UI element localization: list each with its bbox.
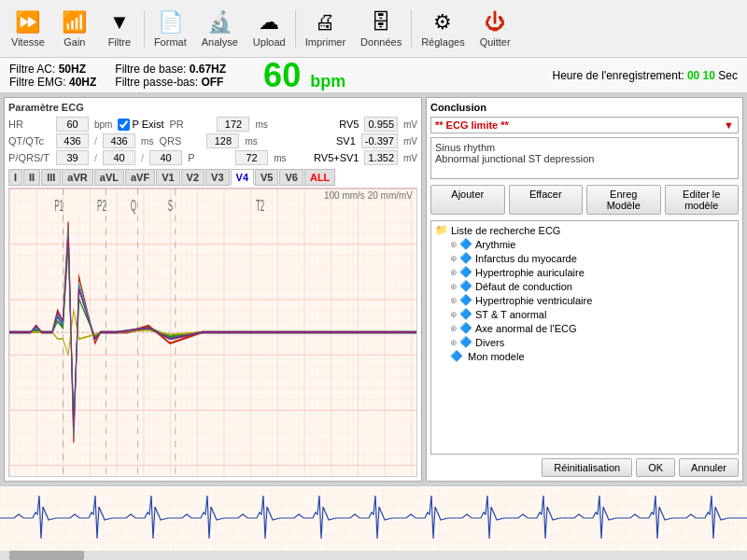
gain-label: Gain: [63, 36, 85, 48]
tree-item-4[interactable]: ⊕🔷Hypertrophie ventriculaire: [433, 293, 736, 307]
tree-item-label: ST & T anormal: [475, 309, 546, 320]
filtre-freq-group: Filtre de base: 0.67HZ Filtre passe-bas:…: [115, 63, 226, 89]
gain-icon: 📶: [62, 10, 87, 35]
pr-value: 172: [217, 117, 249, 132]
bpm-unit: bpm: [310, 72, 345, 91]
toolbar-filtre[interactable]: ▼ Filtre: [97, 3, 142, 55]
format-icon: 📄: [158, 10, 183, 35]
tree-item-2[interactable]: ⊕🔷Hypertrophie auriculaire: [433, 265, 736, 279]
dropdown-arrow-icon: ▼: [724, 119, 734, 131]
toolbar-reglages[interactable]: ⚙ Réglages: [414, 3, 472, 55]
heure-value: 00 10: [687, 69, 718, 82]
tree-container[interactable]: 📁Liste de recherche ECG⊕🔷Arythmie⊕🔷Infar…: [430, 220, 739, 455]
conclusion-line2: Abnormal junctional ST depression: [435, 153, 734, 164]
p-unit: ms: [274, 153, 286, 163]
lead-tab-v2[interactable]: V2: [181, 169, 204, 186]
rv5sv1-value: 1.352: [364, 150, 398, 165]
tree-item-label: Infarctus du myocarde: [475, 253, 577, 264]
toolbar-donnees[interactable]: 🗄 Données: [353, 3, 409, 55]
lead-tab-v5[interactable]: V5: [255, 169, 278, 186]
tree-root-folder-icon: 📁: [435, 224, 448, 236]
upload-icon: ☁: [259, 10, 279, 35]
tree-leaf-icon: 🔷: [450, 350, 463, 362]
conclusion-dropdown[interactable]: ** ECG limite ** ▼: [430, 117, 739, 133]
lead-tab-avr[interactable]: aVR: [62, 169, 92, 186]
hr-unit: bpm: [94, 119, 112, 130]
lead-tab-ii[interactable]: II: [23, 169, 40, 186]
filtre-passe-value: OFF: [201, 76, 223, 89]
bottom-buttons: Réinitialisation OK Annuler: [430, 458, 739, 477]
tree-expand-icon: ⊕: [450, 268, 458, 277]
ok-button[interactable]: OK: [636, 458, 675, 477]
rv5-unit: mV: [403, 119, 417, 130]
main-content: Paramètre ECG HR 60 bpm P Exist PR 172 m…: [0, 93, 747, 485]
tree-folder-icon: 🔷: [459, 336, 472, 348]
editer-modele-button[interactable]: Editer le modèle: [665, 185, 740, 215]
tree-root[interactable]: 📁Liste de recherche ECG: [433, 223, 736, 237]
tree-folder-icon: 🔷: [459, 308, 472, 320]
tree-root-label: Liste de recherche ECG: [451, 225, 560, 236]
heure-sec: Sec: [718, 69, 738, 82]
svg-text:Q: Q: [131, 196, 136, 214]
filtre-icon: ▼: [109, 10, 130, 35]
tree-item-7[interactable]: ⊕🔷Divers: [433, 335, 736, 349]
effacer-button[interactable]: Effacer: [509, 185, 584, 215]
tree-folder-icon: 🔷: [459, 322, 472, 334]
lead-tab-avf[interactable]: aVF: [125, 169, 155, 186]
tree-folder-icon: 🔷: [459, 280, 472, 292]
lead-tab-avl[interactable]: aVL: [94, 169, 124, 186]
reinit-button[interactable]: Réinitialisation: [542, 458, 632, 477]
t-deg: 40: [149, 150, 182, 165]
donnees-label: Données: [360, 36, 402, 48]
conclusion-title: Conclusion: [430, 102, 739, 113]
lead-tab-v4[interactable]: V4: [231, 169, 254, 186]
toolbar-analyse[interactable]: 🔬 Analyse: [194, 3, 246, 55]
toolbar-vitesse[interactable]: ⏩ Vitesse: [4, 3, 52, 55]
sv1-label: SV1: [336, 135, 356, 147]
filtre-ac-value: 50HZ: [59, 63, 86, 76]
p-exist-label: P Exist: [132, 119, 163, 130]
tree-item-6[interactable]: ⊕🔷Axe anormal de l'ECG: [433, 321, 736, 335]
tree-item-label: Mon modele: [468, 351, 525, 362]
heure-min: 10: [703, 69, 715, 82]
qrs-deg: 40: [103, 150, 135, 165]
lead-tab-v1[interactable]: V1: [156, 169, 179, 186]
annuler-button[interactable]: Annuler: [679, 458, 739, 477]
lead-tab-v3[interactable]: V3: [205, 169, 229, 186]
p-deg: 39: [56, 150, 89, 165]
analyse-label: Analyse: [202, 36, 238, 48]
rv5-label: RV5: [339, 119, 359, 130]
tree-item-0[interactable]: ⊕🔷Arythmie: [433, 237, 736, 251]
tree-expand-icon: ⊕: [450, 282, 458, 291]
tree-item-5[interactable]: ⊕🔷ST & T anormal: [433, 307, 736, 321]
sep1: [144, 10, 145, 48]
pqrst-label: P/QRS/T: [8, 152, 50, 163]
tree-item-1[interactable]: ⊕🔷Infarctus du myocarde: [433, 251, 736, 265]
qtc-value: 436: [103, 133, 135, 148]
ajouter-button[interactable]: Ajouter: [430, 185, 505, 215]
lead-tab-iii[interactable]: III: [41, 169, 61, 186]
tree-folder-icon: 🔷: [459, 266, 472, 278]
lead-tab-i[interactable]: I: [8, 169, 22, 186]
sv1-value: -0.397: [361, 133, 398, 148]
ecg-grid-svg: P1 P2 Q S T2: [9, 189, 416, 476]
p-exist-checkbox[interactable]: [118, 119, 130, 131]
tree-item-3[interactable]: ⊕🔷Défaut de conduction: [433, 279, 736, 293]
filtre-passe: Filtre passe-bas: OFF: [115, 76, 226, 89]
analyse-icon: 🔬: [207, 10, 233, 35]
toolbar-quitter[interactable]: ⏻ Quitter: [472, 3, 518, 55]
toolbar-upload[interactable]: ☁ Upload: [246, 3, 293, 55]
toolbar: ⏩ Vitesse 📶 Gain ▼ Filtre 📄 Format 🔬 Ana…: [0, 0, 747, 58]
enreg-modele-button[interactable]: Enreg Modèle: [586, 185, 661, 215]
tree-item-8[interactable]: 🔷Mon modele: [433, 349, 736, 363]
toolbar-gain[interactable]: 📶 Gain: [52, 3, 97, 55]
donnees-icon: 🗄: [371, 10, 391, 35]
bottom-scrollbar[interactable]: [0, 551, 747, 560]
pr-label: PR: [169, 119, 211, 130]
lead-tabs: IIIIIIaVRaVLaVFV1V2V3V4V5V6ALL: [8, 169, 417, 186]
lead-tab-all[interactable]: ALL: [304, 169, 335, 186]
tree-folder-icon: 🔷: [459, 252, 472, 264]
lead-tab-v6[interactable]: V6: [279, 169, 303, 186]
toolbar-format[interactable]: 📄 Format: [147, 3, 194, 55]
toolbar-imprimer[interactable]: 🖨 Imprimer: [298, 3, 353, 55]
